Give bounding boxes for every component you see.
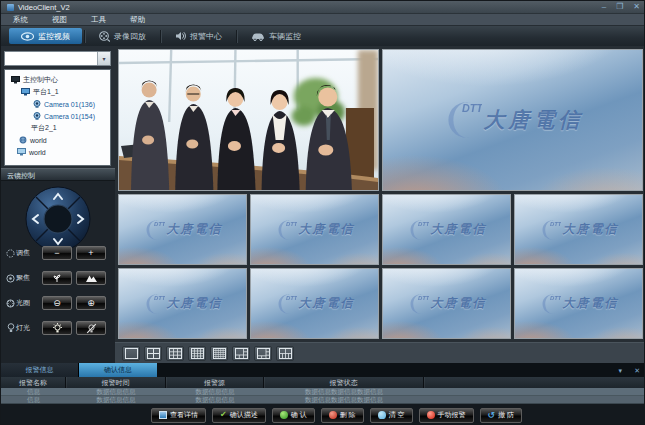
light-off-button[interactable] bbox=[76, 321, 106, 335]
close-button[interactable]: ✕ bbox=[633, 3, 640, 11]
device-select[interactable]: ▾ bbox=[4, 51, 111, 66]
datang-watermark: 大唐電信 bbox=[431, 295, 487, 312]
close-panel-icon[interactable]: ✕ bbox=[634, 367, 640, 374]
datang-watermark: 大唐電信 bbox=[299, 295, 355, 312]
video-tile-idle[interactable]: DTT 大唐電信 bbox=[118, 194, 247, 265]
divider bbox=[84, 30, 85, 43]
confirm-description-button[interactable]: 确认描述 bbox=[212, 408, 266, 423]
cell-alarm-time: 数据信息信息 bbox=[66, 396, 166, 404]
layout-1-button[interactable] bbox=[122, 346, 140, 361]
ptz-row-label: 聚焦 bbox=[16, 273, 38, 283]
tree-item-camera-136[interactable]: Camera 01(136) bbox=[5, 98, 110, 110]
button-label: 确认描述 bbox=[230, 410, 258, 420]
maximize-button[interactable]: ❐ bbox=[616, 3, 623, 11]
alarm-table-header: 报警名称 报警时间 报警源 报警状态 bbox=[1, 377, 645, 388]
layout-25-button[interactable] bbox=[210, 346, 228, 361]
video-tile-idle[interactable]: DTT 大唐電信 bbox=[382, 268, 511, 339]
layout-6-button[interactable] bbox=[232, 346, 250, 361]
layout-4-button[interactable] bbox=[144, 346, 162, 361]
menu-system[interactable]: 系统 bbox=[1, 15, 40, 25]
clear-button[interactable]: 清 空 bbox=[370, 408, 413, 423]
cell-alarm-status: 数据信息数据信息数据信息 bbox=[264, 396, 424, 404]
dtt-text: DTT bbox=[550, 294, 561, 300]
layout-16-button[interactable] bbox=[188, 346, 206, 361]
zoom-in-button[interactable]: + bbox=[76, 246, 106, 260]
collapse-panel-icon[interactable]: ▾ bbox=[619, 367, 623, 374]
monitor-dark-icon bbox=[11, 76, 20, 84]
dtt-crescent-icon: DTT bbox=[407, 292, 429, 316]
video-tile-idle[interactable]: DTT 大唐電信 bbox=[514, 194, 643, 265]
monitor-light-icon bbox=[17, 148, 26, 156]
tree-item-platform-2[interactable]: 平台2_1 bbox=[5, 122, 110, 134]
tab-label: 车辆监控 bbox=[269, 31, 301, 42]
video-tile-idle[interactable]: DTT 大唐電信 bbox=[382, 194, 511, 265]
minimize-button[interactable]: – bbox=[602, 3, 606, 11]
dtt-text: DTT bbox=[286, 294, 297, 300]
menu-help[interactable]: 帮助 bbox=[118, 15, 157, 25]
tree-item-platform-1[interactable]: 平台1_1 bbox=[5, 86, 110, 98]
zoom-out-button[interactable]: − bbox=[42, 246, 72, 260]
layout-8-button[interactable] bbox=[254, 346, 272, 361]
tab-label: 监控视频 bbox=[38, 31, 70, 42]
video-tile-idle[interactable]: DTT 大唐電信 bbox=[250, 194, 379, 265]
ptz-dpad[interactable] bbox=[25, 186, 91, 252]
dtt-crescent-icon: DTT bbox=[539, 218, 561, 242]
plant-icon bbox=[52, 273, 62, 283]
video-tile-idle[interactable]: DTT 大唐電信 bbox=[250, 268, 379, 339]
tab-alarm-info[interactable]: 报警信息 bbox=[1, 363, 79, 377]
iris-close-button[interactable]: ⊖ bbox=[42, 296, 72, 310]
disarm-button[interactable]: 撤 防 bbox=[480, 408, 523, 423]
cell-alarm-time: 数据信息信息 bbox=[66, 388, 166, 396]
clear-icon bbox=[378, 411, 386, 419]
video-tile-idle[interactable]: DTT 大唐電信 bbox=[382, 49, 643, 191]
tree-item-control-center[interactable]: 主控制中心 bbox=[5, 74, 110, 86]
menu-tools[interactable]: 工具 bbox=[79, 15, 118, 25]
check-icon bbox=[220, 411, 227, 419]
tree-item-camera-154[interactable]: Camera 01(154) bbox=[5, 110, 110, 122]
bulb-on-icon bbox=[52, 323, 63, 334]
dtt-crescent-icon: DTT bbox=[442, 98, 482, 142]
delete-button[interactable]: 删 除 bbox=[321, 408, 364, 423]
tab-confirm-info[interactable]: 确认信息 bbox=[79, 363, 157, 377]
tab-playback[interactable]: 录像回放 bbox=[87, 28, 158, 44]
divider bbox=[236, 30, 237, 43]
menu-view[interactable]: 视图 bbox=[40, 15, 79, 25]
col-alarm-time: 报警时间 bbox=[66, 377, 166, 388]
button-label: 查看详情 bbox=[170, 410, 198, 420]
tab-alarm-center[interactable]: 报警中心 bbox=[163, 28, 234, 44]
view-details-button[interactable]: 查看详情 bbox=[151, 408, 206, 423]
video-tile-main[interactable] bbox=[118, 49, 379, 191]
dtt-text: DTT bbox=[286, 220, 297, 226]
dtt-text: DTT bbox=[154, 220, 165, 226]
ptz-row-zoom: 调焦 − + bbox=[5, 245, 111, 261]
layout-9-button[interactable] bbox=[166, 346, 184, 361]
video-tile-idle[interactable]: DTT 大唐電信 bbox=[514, 268, 643, 339]
alarm-tab-strip: 报警信息 确认信息 ▾ ✕ bbox=[1, 363, 645, 377]
bulb-small-icon bbox=[5, 323, 16, 333]
cell-alarm-source: 数据信息信息 bbox=[166, 396, 264, 404]
ptz-row-iris: 光圈 ⊖ ⊕ bbox=[5, 295, 111, 311]
app-window: VideoClient_V2 – ❐ ✕ 系统 视图 工具 帮助 监控视频 bbox=[0, 0, 645, 425]
confirm-button[interactable]: 确 认 bbox=[272, 408, 315, 423]
ptz-row-light: 灯光 bbox=[5, 320, 111, 336]
window-title: VideoClient_V2 bbox=[18, 3, 70, 12]
app-icon bbox=[7, 4, 14, 11]
dtt-crescent-icon: DTT bbox=[143, 292, 165, 316]
manual-alarm-button[interactable]: 手动报警 bbox=[419, 408, 474, 423]
manual-alarm-icon bbox=[427, 411, 435, 419]
video-tile-idle[interactable]: DTT 大唐電信 bbox=[118, 268, 247, 339]
chevron-down-icon[interactable]: ▾ bbox=[97, 52, 110, 65]
ptz-row-label: 灯光 bbox=[16, 323, 38, 333]
tab-live-video[interactable]: 监控视频 bbox=[9, 28, 82, 44]
focus-near-button[interactable] bbox=[42, 271, 72, 285]
globe-icon bbox=[19, 136, 27, 144]
tab-vehicle-monitor[interactable]: 车辆监控 bbox=[239, 28, 313, 44]
layout-10-button[interactable] bbox=[276, 346, 294, 361]
light-on-button[interactable] bbox=[42, 321, 72, 335]
tree-item-world-2[interactable]: world bbox=[5, 146, 110, 158]
table-row[interactable]: 信息 数据信息信息 数据信息信息 数据信息数据信息数据信息 bbox=[1, 396, 645, 404]
tree-item-world-1[interactable]: world bbox=[5, 134, 110, 146]
focus-far-button[interactable] bbox=[76, 271, 106, 285]
monitor-blue-icon bbox=[21, 88, 30, 96]
iris-open-button[interactable]: ⊕ bbox=[76, 296, 106, 310]
